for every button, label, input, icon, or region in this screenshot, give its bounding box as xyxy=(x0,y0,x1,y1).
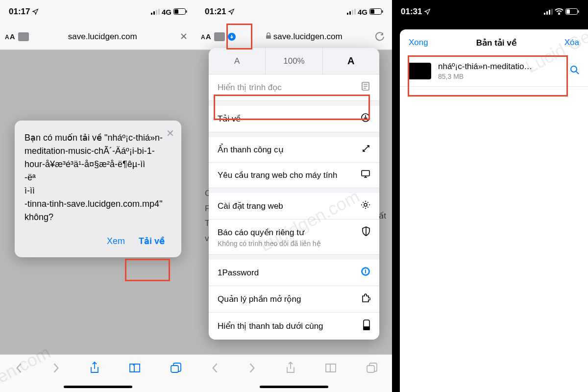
svg-point-30 xyxy=(559,14,560,15)
url-field[interactable]: save.lucidgen.com xyxy=(32,32,173,42)
svg-rect-8 xyxy=(347,13,348,15)
url-text: save.lucidgen.com xyxy=(68,32,137,42)
peek-text: ất xyxy=(379,211,386,221)
svg-rect-11 xyxy=(354,9,356,15)
text-size-icon[interactable]: AA xyxy=(201,32,211,41)
dialog-message: Bạn có muốn tải về "nháº¡c-thiá»n-medita… xyxy=(24,131,172,224)
battery-icon xyxy=(173,8,187,16)
status-bar: 01:17 4G xyxy=(0,0,196,24)
download-prompt-dialog: ✕ Bạn có muốn tải về "nháº¡c-thiá»n-medi… xyxy=(15,121,181,257)
zoom-level: 100% xyxy=(266,48,322,74)
expand-icon xyxy=(362,144,370,155)
menu-site-settings[interactable]: Cài đặt trang web xyxy=(209,193,379,220)
phone-bottom-icon xyxy=(363,319,370,333)
menu-downloads[interactable]: Tải về xyxy=(209,106,379,132)
clear-url-icon[interactable]: ✕ xyxy=(176,31,191,42)
tabs-icon[interactable] xyxy=(366,363,378,375)
clear-button[interactable]: Xóa xyxy=(564,38,579,48)
bookmarks-icon[interactable] xyxy=(324,363,337,375)
status-bar: 01:31 xyxy=(392,0,588,24)
menu-tabbar-bottom[interactable]: Hiển thị thanh tab dưới cùng xyxy=(209,313,379,340)
puzzle-icon xyxy=(361,293,370,305)
url-bar[interactable]: AA save.lucidgen.com ✕ xyxy=(0,24,196,50)
home-indicator xyxy=(196,383,392,392)
svg-point-19 xyxy=(364,203,367,206)
share-icon[interactable] xyxy=(89,362,100,376)
menu-manage-extensions[interactable]: Quản lý phần mở rộng xyxy=(209,286,379,313)
menu-label: Ẩn thanh công cụ xyxy=(218,145,284,155)
lock-icon xyxy=(266,32,271,41)
location-icon xyxy=(32,8,39,15)
bookmarks-icon[interactable] xyxy=(128,363,141,375)
download-item[interactable]: nháº¡c-thiá»n-meditatio… 85,3 MB xyxy=(400,56,588,87)
menu-hide-toolbar[interactable]: Ẩn thanh công cụ xyxy=(209,137,379,163)
svg-rect-10 xyxy=(352,10,353,15)
menu-label: Tải về xyxy=(218,114,241,124)
reader-icon xyxy=(361,81,370,94)
refresh-icon[interactable] xyxy=(372,32,387,42)
extension-icon[interactable] xyxy=(214,32,225,41)
downloads-title: Bản tải về xyxy=(476,38,516,48)
wifi-icon xyxy=(555,8,564,16)
phone-2: 01:21 4G AA save.lucidgen.com C F T v ất xyxy=(196,0,392,392)
view-button[interactable]: Xem xyxy=(100,233,132,249)
file-thumbnail xyxy=(408,63,431,79)
status-time: 01:21 xyxy=(205,7,226,17)
onepassword-icon xyxy=(361,267,370,279)
status-time: 01:31 xyxy=(401,7,422,17)
text-size-icon[interactable]: AA xyxy=(5,32,15,41)
forward-icon[interactable] xyxy=(52,363,61,375)
back-icon[interactable] xyxy=(210,363,219,375)
signal-icon xyxy=(347,8,356,16)
signal-icon xyxy=(544,8,553,16)
svg-rect-29 xyxy=(551,9,553,15)
svg-rect-18 xyxy=(362,171,369,176)
reveal-in-files-icon[interactable] xyxy=(569,65,580,77)
menu-privacy-report[interactable]: Báo cáo quyền riêng tư Không có trình th… xyxy=(209,220,379,255)
svg-rect-7 xyxy=(171,366,178,372)
battery-icon xyxy=(369,8,383,16)
svg-rect-15 xyxy=(266,35,271,39)
status-bar: 01:21 4G xyxy=(196,0,392,24)
svg-rect-28 xyxy=(549,10,550,15)
svg-rect-6 xyxy=(174,9,178,14)
back-icon[interactable] xyxy=(14,363,23,375)
menu-desktop-site[interactable]: Yêu cầu trang web cho máy tính xyxy=(209,163,379,188)
page-menu-sheet: A 100% A Hiển thị trình đọc Tải về Ẩn th… xyxy=(209,48,379,340)
svg-rect-3 xyxy=(158,9,160,15)
zoom-out-button[interactable]: A xyxy=(209,48,266,74)
url-bar[interactable]: AA save.lucidgen.com xyxy=(196,24,392,50)
url-text: save.lucidgen.com xyxy=(273,32,343,42)
svg-rect-9 xyxy=(349,11,351,15)
zoom-in-button[interactable]: A xyxy=(323,48,379,74)
phone-3: 01:31 Xong Bản tải về Xóa nháº¡c-thiá»n-… xyxy=(392,0,588,392)
svg-rect-26 xyxy=(544,13,545,15)
svg-rect-0 xyxy=(151,13,152,15)
svg-point-34 xyxy=(571,66,577,72)
svg-rect-5 xyxy=(186,10,187,13)
location-icon xyxy=(424,8,431,15)
download-button[interactable]: Tải về xyxy=(132,233,172,249)
svg-rect-27 xyxy=(546,11,548,15)
svg-rect-32 xyxy=(578,10,579,13)
share-icon[interactable] xyxy=(285,362,296,376)
forward-icon[interactable] xyxy=(248,363,257,375)
downloads-header: Xong Bản tải về Xóa xyxy=(400,29,588,56)
downloads-sheet: Xong Bản tải về Xóa nháº¡c-thiá»n-medita… xyxy=(400,29,588,392)
safari-toolbar xyxy=(196,354,392,383)
download-badge-icon[interactable] xyxy=(228,33,236,41)
tabs-icon[interactable] xyxy=(170,363,182,375)
done-button[interactable]: Xong xyxy=(409,38,428,48)
menu-label: Cài đặt trang web xyxy=(218,201,283,211)
location-icon xyxy=(228,8,235,15)
menu-label: Hiển thị trình đọc xyxy=(218,82,282,93)
menu-label: Báo cáo quyền riêng tư xyxy=(218,227,304,238)
network-label: 4G xyxy=(162,8,172,16)
url-field[interactable]: save.lucidgen.com xyxy=(239,32,369,42)
file-name: nháº¡c-thiá»n-meditatio… xyxy=(438,62,563,72)
menu-label: Quản lý phần mở rộng xyxy=(218,294,301,304)
close-icon[interactable]: ✕ xyxy=(166,127,174,139)
menu-reader[interactable]: Hiển thị trình đọc xyxy=(209,74,379,101)
extension-icon[interactable] xyxy=(18,32,29,41)
menu-1password[interactable]: 1Password xyxy=(209,260,379,286)
